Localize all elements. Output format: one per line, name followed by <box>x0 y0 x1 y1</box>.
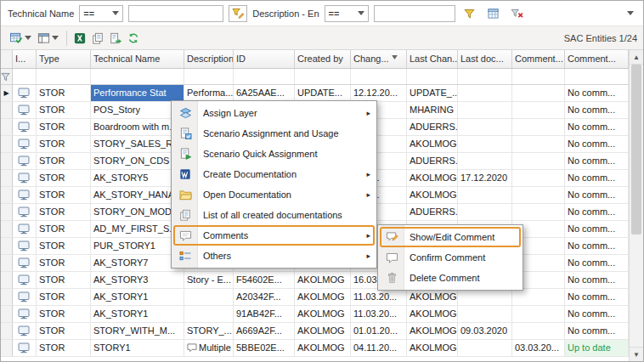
column-header-comment[interactable]: Comment... <box>512 50 565 68</box>
cell-last_doc[interactable] <box>458 102 512 118</box>
cell-comment_date[interactable] <box>512 102 565 118</box>
cell-name[interactable]: Performance Stat <box>91 85 184 101</box>
cell-comment_state[interactable]: No comm... <box>565 170 629 186</box>
cell-last_doc[interactable] <box>458 119 512 135</box>
column-header-id[interactable]: ID <box>234 50 295 68</box>
technical-name-filter-input[interactable] <box>128 5 223 22</box>
cell-comment_date[interactable] <box>512 204 565 220</box>
cell-comment_date[interactable] <box>512 136 565 152</box>
cell-last_doc[interactable] <box>458 85 512 101</box>
scroll-down-button[interactable]: ▼ <box>630 347 643 361</box>
cell-id[interactable]: A669A2F... <box>234 323 295 339</box>
row-indicator[interactable] <box>1 170 13 186</box>
table-row[interactable]: STORAK_STORY191AB42F...AKOLMOG11.03.20..… <box>1 306 629 323</box>
cell-changed[interactable]: 04.11.20... <box>351 340 407 356</box>
entity-type-icon-cell[interactable] <box>13 255 37 271</box>
column-header-technical-name[interactable]: Technical Name <box>91 50 184 68</box>
cell-comment_state[interactable]: No comm... <box>565 119 629 135</box>
entity-type-icon-cell[interactable] <box>13 119 37 135</box>
column-header-type[interactable]: Type <box>37 50 91 68</box>
cell-name[interactable]: AK_STORY1 <box>91 289 184 305</box>
submenu-item-confirm-comment[interactable]: Confirm Comment <box>380 247 521 268</box>
cell-desc[interactable] <box>184 306 234 322</box>
cell-comment_state[interactable]: No comm... <box>565 238 629 254</box>
cell-comment_date[interactable] <box>512 170 565 186</box>
column-header-last-chan[interactable]: Last Chan... <box>407 50 458 68</box>
context-menu-item-open-documentation[interactable]: Open Documentation▸ <box>173 184 375 205</box>
filter-row-cell[interactable] <box>91 69 184 84</box>
entity-type-icon-cell[interactable] <box>13 306 37 322</box>
column-header-i[interactable]: I... <box>13 50 37 68</box>
row-indicator[interactable] <box>1 255 13 271</box>
cell-comment_state[interactable]: No comm... <box>565 204 629 220</box>
column-header-comment[interactable]: Comment... <box>565 50 629 68</box>
column-header-created-by[interactable]: Created by <box>295 50 351 68</box>
entity-type-icon-cell[interactable] <box>13 85 37 101</box>
cell-comment_date[interactable] <box>512 323 565 339</box>
cell-comment_state[interactable]: No comm... <box>565 289 629 305</box>
description-filter-input[interactable] <box>374 5 455 22</box>
cell-type[interactable]: STOR <box>37 102 91 118</box>
cell-last_changed[interactable]: AKOLMOG <box>407 289 458 305</box>
cell-comment_date[interactable] <box>512 187 565 203</box>
cell-type[interactable]: STOR <box>37 255 91 271</box>
cell-name[interactable]: STORY1 <box>91 340 184 356</box>
cell-created[interactable]: AKOLMOG <box>295 323 351 339</box>
filter-row-cell[interactable] <box>37 69 91 84</box>
cell-last_doc[interactable] <box>458 187 512 203</box>
cell-comment_state[interactable]: Up to date <box>565 340 629 356</box>
cell-last_changed[interactable]: AKOLMOG <box>407 170 458 186</box>
cell-type[interactable]: STOR <box>37 136 91 152</box>
row-indicator[interactable] <box>1 272 13 288</box>
cell-desc[interactable] <box>184 289 234 305</box>
filter-row-cell[interactable] <box>184 69 234 84</box>
filter-row-cell[interactable] <box>234 69 295 84</box>
filter-row-cell[interactable] <box>565 69 629 84</box>
layout-button[interactable] <box>35 29 61 48</box>
cell-last_changed[interactable]: MHARING <box>407 102 458 118</box>
cell-last_changed[interactable]: ADUERRS... <box>407 119 458 135</box>
entity-type-icon-cell[interactable] <box>13 136 37 152</box>
cell-id[interactable]: 91AB42F... <box>234 306 295 322</box>
table-row[interactable]: STORAK_STORY3Story - E...F54602E...AKOLM… <box>1 272 629 289</box>
cell-created[interactable]: AKOLMOG <box>295 272 351 288</box>
export-button[interactable] <box>107 29 124 48</box>
cell-type[interactable]: STOR <box>37 170 91 186</box>
entity-type-icon-cell[interactable] <box>13 153 37 169</box>
cell-comment_date[interactable]: 03.03.20... <box>512 340 565 356</box>
row-indicator[interactable] <box>1 153 13 169</box>
table-row[interactable]: STORSTORY1Multiple S...5BBE02E...AKOLMOG… <box>1 340 629 357</box>
cell-comment_state[interactable]: No comm... <box>565 255 629 271</box>
cell-type[interactable]: STOR <box>37 187 91 203</box>
cell-comment_date[interactable] <box>512 289 565 305</box>
cell-name[interactable]: AK_STORY1 <box>91 306 184 322</box>
entity-type-icon-cell[interactable] <box>13 102 37 118</box>
cell-type[interactable]: STOR <box>37 323 91 339</box>
cell-type[interactable]: STOR <box>37 238 91 254</box>
submenu-item-show-edit-comment[interactable]: Show/Edit Comment <box>380 227 521 247</box>
cell-desc[interactable]: Story - E... <box>184 272 234 288</box>
entity-type-icon-cell[interactable] <box>13 340 37 356</box>
cell-last_changed[interactable]: UPDATE_... <box>407 85 458 101</box>
context-menu-item-list-of-all-created-documentations[interactable]: List of all created documentations <box>173 205 375 225</box>
cell-type[interactable]: STOR <box>37 153 91 169</box>
cell-comment_date[interactable] <box>512 153 565 169</box>
entity-type-icon-cell[interactable] <box>13 323 37 339</box>
filter-row-cell[interactable] <box>295 69 351 84</box>
column-header-last-doc[interactable]: Last doc... <box>458 50 512 68</box>
cell-comment_state[interactable]: No comm... <box>565 136 629 152</box>
grid-view-button[interactable] <box>484 5 503 22</box>
scrollbar-thumb[interactable] <box>631 65 641 235</box>
cell-type[interactable]: STOR <box>37 272 91 288</box>
filter-edit-button[interactable] <box>229 5 247 22</box>
cell-id[interactable]: 6A25AAE... <box>234 85 295 101</box>
cell-comment_state[interactable]: No comm... <box>565 153 629 169</box>
cell-id[interactable]: A20342F... <box>234 289 295 305</box>
cell-last_doc[interactable] <box>458 136 512 152</box>
cell-type[interactable]: STOR <box>37 221 91 237</box>
cell-last_changed[interactable]: AKOLMOG <box>407 306 458 322</box>
row-indicator[interactable] <box>1 119 13 135</box>
entity-type-icon-cell[interactable] <box>13 289 37 305</box>
cell-name[interactable]: STORY_WITH_M... <box>91 323 184 339</box>
cell-created[interactable]: AKOLMOG <box>295 306 351 322</box>
